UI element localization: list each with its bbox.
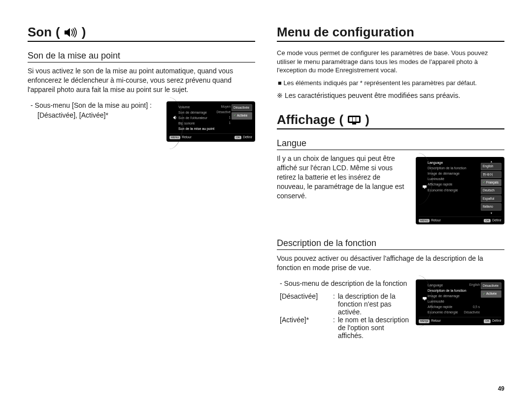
manual-page: Son ( ) Son de la mise au point Si vous … (0, 0, 532, 401)
svg-rect-5 (356, 117, 359, 122)
paren-close: ) (82, 25, 86, 40)
paragraph-config-intro: Ce mode vous permet de configurer les pa… (277, 49, 504, 75)
checkmark-icon: ✓ (233, 114, 236, 118)
svg-rect-9 (423, 297, 427, 300)
heading-text: Son (28, 25, 52, 40)
popup-option[interactable]: Deutsch (481, 187, 501, 194)
popup-option[interactable]: Désactivée (232, 104, 252, 111)
paragraph-description: Vous pouvez activer ou désactiver l'affi… (277, 254, 504, 273)
paragraph-focus-sound: Si vous activez le son de la mise au poi… (28, 66, 255, 94)
subheading-description: Description de la fonction (277, 238, 504, 250)
popup-option[interactable]: Désactivée (481, 282, 501, 289)
option-value: le nom et la description de l'option son… (338, 316, 409, 339)
speaker-icon (64, 28, 78, 37)
subheading-mise-au-point: Son de la mise au point (28, 51, 255, 62)
svg-rect-6 (352, 123, 356, 124)
left-column: Son ( ) Son de la mise au point Si vous … (28, 25, 266, 386)
options-table: [Désactivée] : la description de la fonc… (280, 292, 409, 339)
note-specs: ※ Les caractéristiques peuvent être modi… (277, 91, 504, 100)
submenu-line-2: [Désactivée], [Activée]* (31, 111, 160, 119)
option-key: [Activée]* (280, 316, 333, 339)
right-column: Menu de configuration Ce mode vous perme… (266, 25, 504, 386)
paren-open: ( (56, 25, 60, 40)
page-number: 49 (498, 385, 504, 392)
paragraph-langue: Il y a un choix de langues qui peut être… (277, 154, 409, 200)
bullet-default-note: ■ Les éléments indiqués par * représente… (277, 79, 504, 88)
submenu-line-1: - Sous-menu [Son de la mise au point] : (31, 101, 160, 109)
svg-rect-3 (349, 117, 352, 122)
svg-marker-0 (65, 28, 70, 37)
popup-option-selected[interactable]: ✓Activée (481, 290, 501, 297)
chevron-down-icon: ▾ (481, 212, 501, 215)
svg-marker-1 (173, 116, 175, 120)
popup-option-selected[interactable]: ✓Activée (232, 112, 252, 119)
checkmark-icon: ✓ (483, 181, 485, 185)
lcd-screenshot-langue: Language Description de la fonction Imag… (416, 157, 504, 224)
popup-option[interactable]: Español (481, 195, 501, 202)
popup-option-selected[interactable]: ✓Français (481, 179, 501, 186)
submenu-description-line: - Sous-menu de description de la fonctio… (280, 279, 409, 287)
option-value: la description de la fonction n'est pas … (338, 292, 409, 316)
popup-option[interactable]: Italiano (481, 203, 501, 210)
display-icon (423, 297, 427, 301)
display-icon (347, 115, 361, 125)
lcd-screenshot-focus-sound: VolumeMoyen Son de démarrageDésactivé So… (166, 101, 255, 142)
heading-menu-config: Menu de configuration (277, 25, 504, 42)
lcd-screenshot-description: LanguageEnglish Description de la foncti… (416, 279, 504, 325)
svg-rect-7 (423, 185, 427, 188)
speaker-icon (173, 116, 177, 120)
heading-text: Menu de configuration (277, 25, 414, 40)
popup-option[interactable]: English (481, 163, 501, 170)
svg-rect-8 (424, 188, 425, 189)
option-key: [Désactivée] (280, 292, 333, 316)
svg-rect-4 (353, 117, 356, 122)
display-icon (423, 185, 427, 189)
heading-son: Son ( ) (28, 25, 255, 42)
heading-affichage: Affichage ( ) (277, 112, 504, 129)
heading-text: Affichage (277, 112, 335, 127)
checkmark-icon: ✓ (483, 292, 485, 296)
popup-option[interactable]: 한국어 (481, 171, 501, 178)
svg-rect-10 (424, 300, 425, 301)
subheading-langue: Langue (277, 138, 504, 150)
